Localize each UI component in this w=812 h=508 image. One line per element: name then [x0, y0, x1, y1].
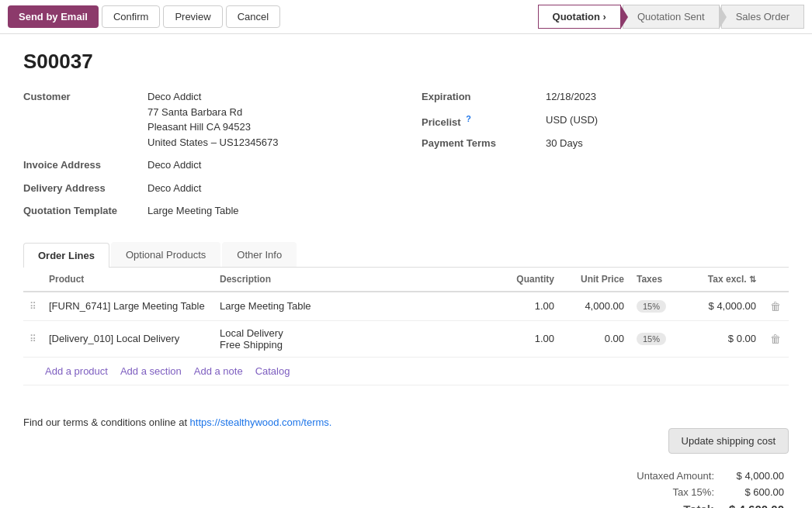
product-cell-2: [Delivery_010] Local Delivery	[43, 320, 213, 357]
expiration-value: 12/18/2023	[546, 89, 596, 105]
tax-badge-1: 15%	[637, 300, 666, 313]
customer-row: Customer Deco Addict 77 Santa Barbara Rd…	[23, 89, 390, 150]
th-quantity: Quantity	[491, 268, 560, 292]
invoice-address-row: Invoice Address Deco Addict	[23, 157, 390, 173]
toolbar: Send by Email Confirm Preview Cancel Quo…	[0, 0, 812, 34]
pricelist-help-icon[interactable]: ?	[466, 114, 471, 123]
delete-cell-1: 🗑	[762, 292, 789, 321]
status-step-quotation[interactable]: Quotation ›	[538, 5, 621, 29]
payment-terms-row: Payment Terms 30 Days	[422, 136, 789, 151]
pricelist-value: USD (USD)	[546, 112, 598, 128]
tax-cell-1: 15%	[630, 292, 685, 321]
delivery-address-row: Delivery Address Deco Addict	[23, 181, 390, 196]
customer-label: Customer	[23, 89, 147, 102]
customer-value: Deco Addict 77 Santa Barbara Rd Pleasant…	[147, 89, 278, 150]
add-product-link[interactable]: Add a product	[45, 365, 108, 377]
page-title: S00037	[23, 50, 789, 74]
delete-row-2-button[interactable]: 🗑	[769, 331, 783, 347]
tab-other-info[interactable]: Other Info	[222, 242, 297, 267]
quotation-template-value: Large Meeting Table	[147, 203, 239, 219]
tax-excl-cell-1: $ 4,000.00	[685, 292, 762, 321]
tax-value: $ 600.00	[719, 484, 789, 500]
catalog-link[interactable]: Catalog	[255, 365, 290, 377]
invoice-address-value: Deco Addict	[147, 157, 201, 173]
order-table: Product Description Quantity Unit Price …	[23, 268, 789, 358]
cancel-button[interactable]: Cancel	[226, 5, 280, 28]
form-grid: Customer Deco Addict 77 Santa Barbara Rd…	[23, 89, 789, 226]
terms-text: Find our terms & conditions online at ht…	[23, 416, 789, 428]
tax-excl-cell-2: $ 0.00	[685, 320, 762, 357]
delete-row-1-button[interactable]: 🗑	[769, 299, 783, 314]
form-col-left: Customer Deco Addict 77 Santa Barbara Rd…	[23, 89, 390, 226]
table-row: ⠿ [FURN_6741] Large Meeting Table Large …	[23, 292, 789, 321]
tabs: Order Lines Optional Products Other Info	[23, 242, 789, 268]
update-shipping-button[interactable]: Update shipping cost	[668, 428, 789, 454]
customer-name: Deco Addict	[147, 89, 278, 105]
preview-button[interactable]: Preview	[163, 5, 222, 28]
expiration-label: Expiration	[422, 89, 546, 102]
delivery-address-label: Delivery Address	[23, 181, 147, 194]
th-delete	[762, 268, 789, 292]
delivery-address-value: Deco Addict	[147, 181, 201, 196]
quotation-template-label: Quotation Template	[23, 203, 147, 216]
total-label: Total:	[632, 500, 719, 509]
th-tax-excl: Tax excl. ⇅	[685, 268, 762, 292]
th-taxes: Taxes	[630, 268, 685, 292]
untaxed-amount-value: $ 4,000.00	[719, 468, 789, 484]
th-description: Description	[213, 268, 491, 292]
confirm-button[interactable]: Confirm	[102, 5, 161, 28]
tax-badge-2: 15%	[637, 333, 666, 345]
form-col-right: Expiration 12/18/2023 Pricelist ? USD (U…	[422, 89, 789, 226]
footer-section: Find our terms & conditions online at ht…	[0, 401, 812, 509]
payment-terms-value: 30 Days	[546, 136, 583, 151]
untaxed-amount-row: Untaxed Amount: $ 4,000.00	[632, 468, 789, 484]
untaxed-amount-label: Untaxed Amount:	[632, 468, 719, 484]
product-cell-1: [FURN_6741] Large Meeting Table	[43, 292, 213, 321]
customer-addr3: United States – US12345673	[147, 135, 278, 150]
customer-addr2: Pleasant Hill CA 94523	[147, 119, 278, 135]
status-bar: Quotation › Quotation Sent Sales Order	[538, 5, 804, 29]
customer-addr1: 77 Santa Barbara Rd	[147, 105, 278, 120]
expiration-row: Expiration 12/18/2023	[422, 89, 789, 105]
th-product: Product	[43, 268, 213, 292]
description-cell-2: Local DeliveryFree Shipping	[213, 320, 491, 357]
invoice-address-label: Invoice Address	[23, 157, 147, 171]
th-drag	[23, 268, 43, 292]
main-content: S00037 Customer Deco Addict 77 Santa Bar…	[0, 34, 812, 401]
table-header-row: Product Description Quantity Unit Price …	[23, 268, 789, 292]
tab-order-lines[interactable]: Order Lines	[23, 243, 109, 268]
pricelist-row: Pricelist ? USD (USD)	[422, 112, 789, 128]
drag-handle[interactable]: ⠿	[23, 320, 43, 357]
send-email-button[interactable]: Send by Email	[8, 5, 99, 28]
delete-cell-2: 🗑	[762, 320, 789, 357]
th-unit-price: Unit Price	[560, 268, 630, 292]
tab-optional-products[interactable]: Optional Products	[111, 242, 220, 267]
drag-handle[interactable]: ⠿	[23, 292, 43, 321]
tax-cell-2: 15%	[630, 320, 685, 357]
pricelist-label: Pricelist ?	[422, 112, 546, 128]
table-row: ⠿ [Delivery_010] Local Delivery Local De…	[23, 320, 789, 357]
quotation-template-row: Quotation Template Large Meeting Table	[23, 203, 390, 219]
totals: Untaxed Amount: $ 4,000.00 Tax 15%: $ 60…	[632, 468, 789, 509]
status-step-quotation-sent[interactable]: Quotation Sent	[623, 5, 720, 29]
description-cell-1: Large Meeting Table	[213, 292, 491, 321]
total-row: Total: $ 4,600.00	[632, 500, 789, 509]
quantity-cell-1: 1.00	[491, 292, 560, 321]
unit-price-cell-2: 0.00	[560, 320, 630, 357]
add-section-link[interactable]: Add a section	[120, 365, 182, 377]
total-value: $ 4,600.00	[719, 500, 789, 509]
terms-link[interactable]: https://stealthywood.com/terms.	[190, 416, 332, 428]
tax-label: Tax 15%:	[632, 484, 719, 500]
tax-row: Tax 15%: $ 600.00	[632, 484, 789, 500]
add-note-link[interactable]: Add a note	[194, 365, 243, 377]
add-links: Add a product Add a section Add a note C…	[23, 358, 789, 385]
quantity-cell-2: 1.00	[491, 320, 560, 357]
unit-price-cell-1: 4,000.00	[560, 292, 630, 321]
status-step-sales-order[interactable]: Sales Order	[721, 5, 804, 29]
payment-terms-label: Payment Terms	[422, 136, 546, 149]
column-settings-icon[interactable]: ⇅	[749, 275, 756, 284]
